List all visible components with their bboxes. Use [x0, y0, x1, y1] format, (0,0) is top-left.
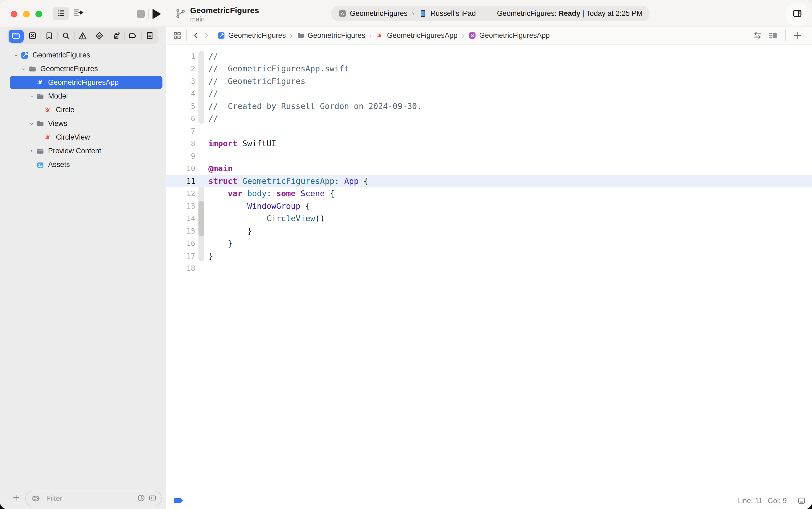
code-line-6[interactable]: 6//: [166, 112, 812, 125]
code-text[interactable]: }: [208, 239, 233, 248]
tree-item-geometricfigures[interactable]: GeometricFigures: [0, 62, 166, 76]
disclosure-chevron-icon[interactable]: [20, 66, 28, 72]
code-line-9[interactable]: 9: [166, 150, 812, 162]
line-number[interactable]: 14: [166, 214, 196, 223]
close-window-button[interactable]: [11, 11, 18, 18]
filter-field[interactable]: Filter: [25, 491, 162, 506]
code-text[interactable]: }: [208, 226, 252, 236]
code-line-16[interactable]: 16 }: [166, 237, 812, 250]
line-number[interactable]: 6: [166, 114, 196, 123]
code-text[interactable]: // Created by Russell Gordon on 2024-09-…: [208, 101, 422, 111]
navigator-tab-project[interactable]: [8, 29, 24, 43]
go-forward-button[interactable]: [203, 32, 210, 39]
disclosure-chevron-icon[interactable]: [28, 148, 36, 154]
breadcrumb-item[interactable]: GeometricFigures: [297, 31, 366, 40]
breadcrumb-item[interactable]: SGeometricFiguresApp: [468, 31, 550, 40]
toggle-debug-area-button[interactable]: [797, 497, 806, 505]
code-text[interactable]: CircleView(): [208, 214, 325, 223]
code-line-15[interactable]: 15 }: [166, 225, 812, 237]
tree-item-circleview[interactable]: CircleView: [0, 131, 166, 144]
run-destination[interactable]: Russell’s iPad: [431, 9, 476, 18]
line-number[interactable]: 2: [166, 64, 196, 73]
code-line-8[interactable]: 8import SwiftUI: [166, 137, 812, 150]
code-line-11[interactable]: 11struct GeometricFiguresApp: App {: [166, 175, 812, 188]
line-number[interactable]: 17: [166, 252, 196, 260]
line-number[interactable]: 11: [166, 177, 196, 185]
code-line-14[interactable]: 14 CircleView(): [166, 212, 812, 225]
line-number[interactable]: 15: [166, 227, 196, 235]
code-line-13[interactable]: 13 WindowGroup {: [166, 200, 812, 212]
code-line-4[interactable]: 4//: [166, 88, 812, 100]
breadcrumb-item[interactable]: GeometricFiguresApp: [376, 31, 458, 40]
navigator-tab-reports[interactable]: [142, 29, 158, 43]
navigator-tab-issues[interactable]: [75, 29, 91, 43]
tree-item-views[interactable]: Views: [0, 117, 166, 131]
minimize-window-button[interactable]: [23, 11, 30, 18]
tree-item-circle[interactable]: Circle: [0, 103, 166, 117]
navigator-tab-debug[interactable]: [108, 29, 124, 43]
navigator-tab-find[interactable]: [58, 29, 74, 43]
add-editor-button[interactable]: [793, 30, 803, 40]
disclosure-chevron-icon[interactable]: [28, 121, 36, 127]
code-text[interactable]: WindowGroup {: [208, 201, 310, 211]
code-line-17[interactable]: 17}: [166, 250, 812, 262]
source-control-status-filter-icon[interactable]: [148, 494, 157, 503]
line-number[interactable]: 10: [166, 164, 196, 173]
breakpoints-toggle-button[interactable]: [173, 498, 184, 504]
line-number[interactable]: 3: [166, 77, 196, 86]
code-line-5[interactable]: 5// Created by Russell Gordon on 2024-09…: [166, 100, 812, 112]
toggle-inspector-button[interactable]: [785, 2, 809, 26]
code-line-1[interactable]: 1//: [166, 50, 812, 63]
code-text[interactable]: //: [208, 89, 218, 98]
activity-status-bar[interactable]: GeometricFigures › Russell’s iPad Geomet…: [331, 6, 649, 21]
stop-button[interactable]: [136, 9, 145, 19]
source-code-area[interactable]: 1//2// GeometricFiguresApp.swift3// Geom…: [166, 50, 812, 275]
code-text[interactable]: import SwiftUI: [208, 139, 276, 148]
code-text[interactable]: //: [208, 52, 218, 61]
run-button[interactable]: [151, 9, 162, 19]
code-text[interactable]: // GeometricFiguresApp.swift: [208, 64, 349, 73]
scheme-name[interactable]: GeometricFigures: [350, 9, 408, 18]
line-number[interactable]: 8: [166, 139, 196, 148]
line-number[interactable]: 1: [166, 52, 196, 60]
code-line-12[interactable]: 12 var body: some Scene {: [166, 188, 812, 200]
code-text[interactable]: struct GeometricFiguresApp: App {: [208, 176, 368, 186]
add-item-button[interactable]: [11, 494, 21, 503]
tree-item-preview-content[interactable]: Preview Content: [0, 144, 166, 158]
line-number[interactable]: 12: [166, 189, 196, 198]
code-text[interactable]: //: [208, 114, 218, 123]
code-text[interactable]: // GeometricFigures: [208, 76, 305, 86]
line-number[interactable]: 7: [166, 127, 196, 135]
tree-item-model[interactable]: Model: [0, 90, 166, 103]
zoom-window-button[interactable]: [35, 11, 42, 18]
editor-options-button[interactable]: [768, 30, 778, 40]
intelligence-assistant-button[interactable]: [72, 7, 86, 20]
breadcrumb-item[interactable]: GeometricFigures: [217, 31, 286, 40]
navigator-tab-bookmarks[interactable]: [41, 29, 57, 43]
code-line-10[interactable]: 10@main: [166, 162, 812, 175]
code-line-18[interactable]: 18: [166, 262, 812, 275]
tree-item-assets[interactable]: Assets: [0, 158, 166, 172]
related-items-button[interactable]: [173, 31, 182, 40]
recent-files-list-button[interactable]: [53, 7, 69, 21]
line-number[interactable]: 18: [166, 264, 196, 272]
navigator-tab-tests[interactable]: [91, 29, 107, 43]
editor-pane[interactable]: GeometricFigures›GeometricFigures›Geomet…: [166, 27, 812, 509]
line-number[interactable]: 16: [166, 239, 196, 247]
line-number[interactable]: 13: [166, 202, 196, 210]
code-text[interactable]: @main: [208, 164, 233, 173]
tree-item-geometricfiguresapp[interactable]: GeometricFiguresApp: [0, 76, 166, 90]
navigator-tab-source-control[interactable]: [24, 29, 40, 43]
line-number[interactable]: 9: [166, 152, 196, 160]
line-number[interactable]: 5: [166, 102, 196, 110]
code-line-7[interactable]: 7: [166, 125, 812, 137]
go-back-button[interactable]: [193, 32, 200, 39]
disclosure-chevron-icon[interactable]: [12, 53, 20, 58]
disclosure-chevron-icon[interactable]: [28, 94, 36, 99]
code-line-3[interactable]: 3// GeometricFigures: [166, 75, 812, 88]
navigator-tab-breakpoints[interactable]: [125, 29, 141, 43]
tree-item-geometricfigures[interactable]: GeometricFigures: [0, 48, 166, 62]
code-review-button[interactable]: [752, 30, 763, 40]
recent-clock-icon[interactable]: [137, 494, 145, 503]
code-line-2[interactable]: 2// GeometricFiguresApp.swift: [166, 63, 812, 75]
